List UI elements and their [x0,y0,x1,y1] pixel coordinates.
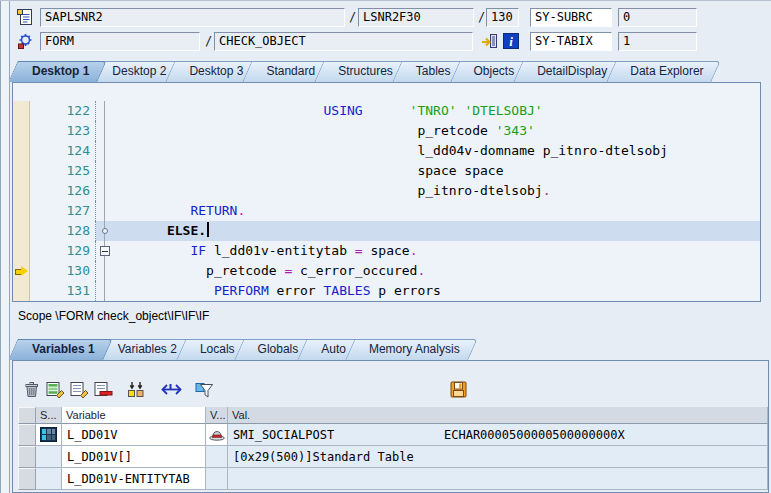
sy-subrc-value-field[interactable]: 0 [618,8,697,27]
filter-icon[interactable] [192,378,216,400]
fold-column [96,241,113,261]
separator: / [478,10,485,24]
line-number: 124 [30,141,96,161]
breakpoint-gutter[interactable] [13,241,30,261]
code-segment: . [417,263,425,278]
code-text[interactable]: p_retcode '343' [113,121,760,141]
code-text[interactable]: RETURN. [113,201,760,221]
include-field[interactable]: LSNR2F30 [358,8,474,27]
goto-navigation-icon[interactable] [481,33,499,51]
code-segment: space [363,243,410,258]
tab-label: DetailDisplay [537,64,607,78]
code-segment: PERFORM [214,283,269,298]
breakpoint-gutter[interactable] [13,181,30,201]
code-line-128[interactable]: 128 ELSE. [13,221,760,241]
row-selector[interactable] [18,446,36,468]
tab-memory-analysis[interactable]: Memory Analysis [350,339,473,360]
header-variable-column[interactable]: Variable [62,407,206,424]
value-cell[interactable]: [0x29(500)]Standard Table [228,446,768,468]
tab-label: Variables 1 [32,342,95,356]
code-line-127[interactable]: 127 RETURN. [13,201,760,221]
s-cell [36,424,62,446]
code-line-125[interactable]: 125 space space [13,161,760,181]
tab-label: Desktop 3 [189,64,243,78]
variable-name-cell[interactable]: L_DD01V [62,424,206,446]
program-field[interactable]: SAPLSNR2 [40,8,345,27]
structure-icon[interactable] [40,427,57,442]
breakpoint-gutter[interactable] [13,221,30,241]
variables-table-body: L_DD01VSMI_SOCIALPOSTECHAR00005000005000… [18,424,768,490]
tab-desktop-1[interactable]: Desktop 1 [13,61,102,82]
tab-label: Memory Analysis [369,342,460,356]
variable-row[interactable]: L_DD01V-ENTITYTAB [18,468,768,490]
line-number-field[interactable]: 130 [486,8,519,27]
header-v-column[interactable]: V... [206,407,228,424]
report-icon [16,8,34,26]
remove-entry-icon[interactable] [91,378,115,400]
tab-label: Tables [416,64,451,78]
breakpoint-gutter[interactable] [13,141,30,161]
variable-name-cell[interactable]: L_DD01V[] [62,446,206,468]
breakpoint-gutter[interactable] [13,261,30,281]
code-text[interactable]: PERFORM error TABLES p errors [113,281,760,301]
code-text[interactable]: ELSE. [113,221,760,241]
delete-icon[interactable] [19,378,43,400]
row-selector[interactable] [18,424,36,446]
code-line-123[interactable]: 123 p_retcode '343' [13,121,760,141]
sy-tabix-value-field[interactable]: 1 [618,32,697,51]
tab-label: Auto [321,342,346,356]
code-line-129[interactable]: 129 IF l_dd01v-entitytab = space. [13,241,760,261]
code-text[interactable]: l_dd04v-domname p_itnro-dtelsobj [113,141,760,161]
variables-panel: S... Variable V... Val. L_DD01VSMI_SOCIA… [12,360,769,493]
tab-variables-1[interactable]: Variables 1 [13,339,108,360]
tab-variables-2[interactable]: Variables 2 [99,339,190,360]
variable-name-cell[interactable]: L_DD01V-ENTITYTAB [62,468,206,490]
code-text[interactable]: p_itnro-dtelsobj. [113,181,760,201]
change-entry-icon[interactable] [67,378,91,400]
code-line-122[interactable]: 122 USING 'TNRO' 'DTELSOBJ' [13,101,760,121]
header-s-column[interactable]: S... [36,407,62,424]
code-segment [363,103,410,118]
tab-label: Desktop 1 [32,64,89,78]
code-area: 122 USING 'TNRO' 'DTELSOBJ'123 p_retcode… [13,101,760,301]
breakpoint-gutter[interactable] [13,161,30,181]
code-segment: p_retcode [120,263,284,278]
collapse-block-icon[interactable] [100,246,110,256]
event-name-field[interactable]: CHECK_OBJECT [214,32,473,51]
code-line-126[interactable]: 126 p_itnro-dtelsobj. [13,181,760,201]
swap-icon[interactable] [157,378,185,400]
code-line-131[interactable]: 131 PERFORM error TABLES p errors [13,281,760,301]
breakpoint-gutter[interactable] [13,121,30,141]
variable-row[interactable]: L_DD01VSMI_SOCIALPOSTECHAR00005000005000… [18,424,768,446]
save-icon[interactable] [446,378,470,400]
sy-tabix-label-field[interactable]: SY-TABIX [530,32,612,51]
breakpoint-gutter[interactable] [13,281,30,301]
info-icon[interactable]: i [503,33,521,51]
breakpoint-gutter[interactable] [13,101,30,121]
code-segment [120,103,324,118]
form-gear-icon [16,32,34,50]
tab-label: Structures [338,64,393,78]
code-segment: space space [120,163,504,178]
insert-variables-icon[interactable] [122,378,150,400]
code-text[interactable]: USING 'TNRO' 'DTELSOBJ' [113,101,760,121]
code-text[interactable]: p_retcode = c_error_occured. [113,261,760,281]
code-text[interactable]: IF l_dd01v-entitytab = space. [113,241,760,261]
header-val-column[interactable]: Val. [228,407,768,424]
variable-row[interactable]: L_DD01V[][0x29(500)]Standard Table [18,446,768,468]
value-cell[interactable] [228,468,768,490]
code-line-130[interactable]: 130 p_retcode = c_error_occured. [13,261,760,281]
code-line-124[interactable]: 124 l_dd04v-domname p_itnro-dtelsobj [13,141,760,161]
tab-data-explorer[interactable]: Data Explorer [611,61,716,82]
row-selector[interactable] [18,468,36,490]
event-type-field[interactable]: FORM [40,32,200,51]
tab-detaildisplay[interactable]: DetailDisplay [518,61,620,82]
sy-subrc-label-field[interactable]: SY-SUBRC [530,8,612,27]
fold-column [96,161,113,181]
code-text[interactable]: space space [113,161,760,181]
breakpoint-gutter[interactable] [13,201,30,221]
value-cell[interactable]: SMI_SOCIALPOSTECHAR0000500000500000000X [228,424,768,446]
code-segment: ELSE [167,223,198,238]
create-entry-icon[interactable] [43,378,67,400]
tab-label: Desktop 2 [112,64,166,78]
